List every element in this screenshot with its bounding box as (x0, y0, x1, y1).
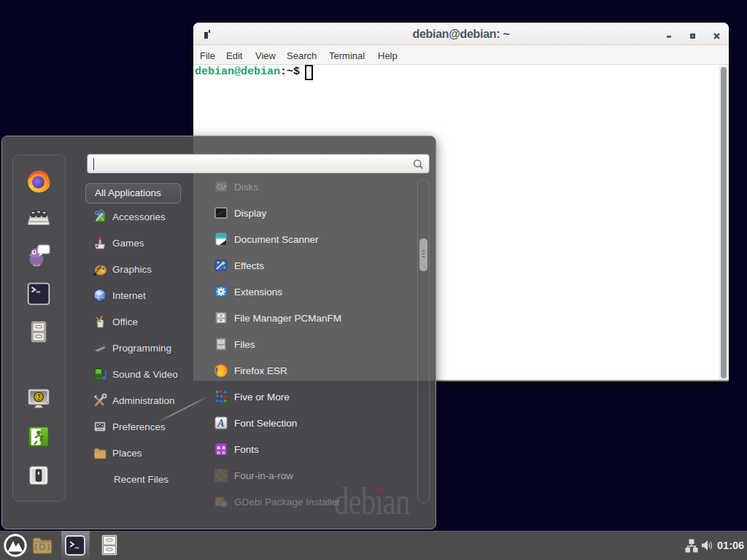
svg-text:A: A (217, 418, 224, 429)
